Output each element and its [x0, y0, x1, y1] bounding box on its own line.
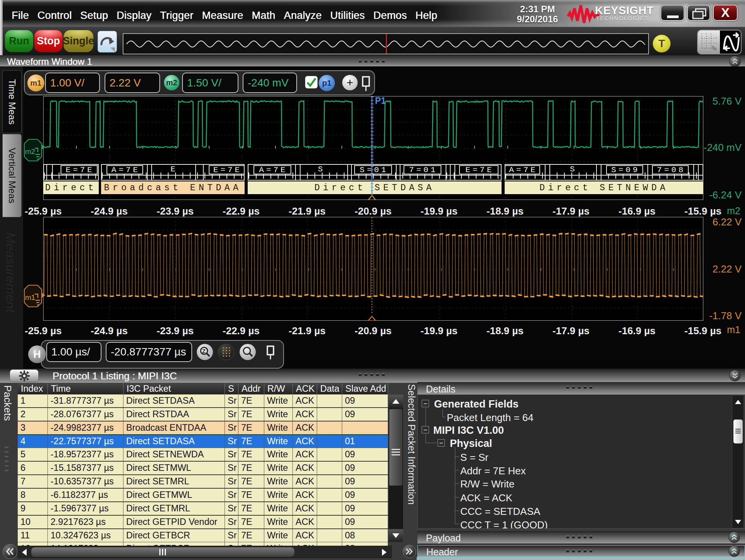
- svg-text:Z: Z: [202, 348, 206, 354]
- svg-text:m1: m1: [25, 293, 35, 301]
- svg-text:m2: m2: [25, 147, 35, 156]
